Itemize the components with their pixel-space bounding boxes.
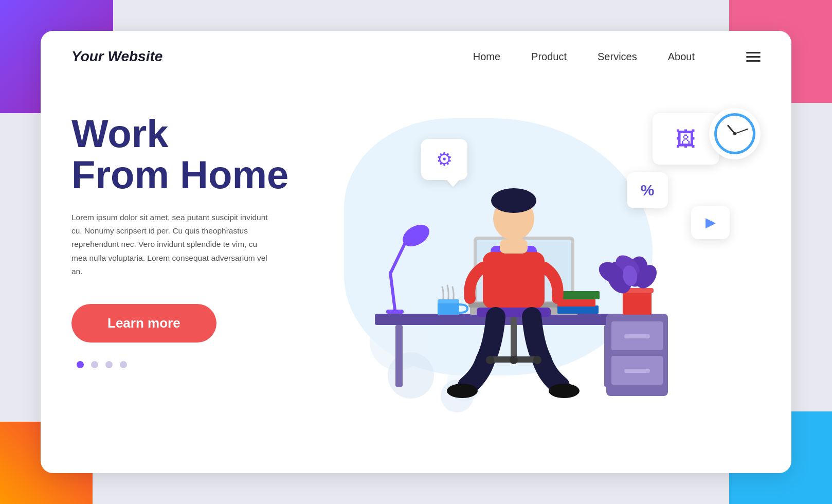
svg-rect-35 [624, 369, 650, 373]
svg-point-29 [510, 356, 518, 364]
clock-center-dot [733, 132, 736, 135]
hamburger-line-1 [746, 52, 761, 53]
svg-line-6 [390, 273, 395, 310]
svg-rect-15 [557, 305, 599, 314]
float-card-clock [709, 108, 761, 159]
hamburger-menu[interactable] [746, 52, 761, 62]
svg-rect-33 [624, 334, 650, 338]
illustration-section: ⚙ 🖼 % ▶ [318, 93, 761, 453]
nav-about[interactable]: About [668, 51, 695, 63]
nav-links: Home Product Services About [473, 51, 761, 63]
nav-services[interactable]: Services [598, 51, 637, 63]
svg-point-24 [447, 384, 478, 398]
dot-1[interactable] [77, 361, 84, 368]
play-icon: ▶ [706, 214, 716, 230]
svg-rect-17 [557, 291, 600, 299]
dot-3[interactable] [105, 361, 113, 368]
svg-rect-10 [438, 299, 459, 303]
learn-more-button[interactable]: Learn more [71, 304, 216, 343]
brand-logo: Your Website [71, 48, 162, 65]
desk-illustration [344, 159, 673, 437]
left-section: Work From Home Lorem ipsum dolor sit ame… [71, 93, 318, 368]
svg-rect-9 [438, 302, 459, 315]
navbar: Your Website Home Product Services About [41, 31, 791, 82]
main-card: Your Website Home Product Services About… [41, 31, 791, 473]
svg-line-7 [390, 242, 406, 274]
svg-point-28 [486, 356, 494, 364]
svg-rect-19 [483, 252, 545, 309]
nav-product[interactable]: Product [531, 51, 567, 63]
hero-title-line2: From Home [71, 153, 288, 196]
clock-face [714, 113, 755, 154]
svg-point-25 [549, 384, 580, 398]
nav-home[interactable]: Home [473, 51, 500, 63]
float-card-play: ▶ [691, 206, 730, 239]
hero-title-line1: Work [71, 112, 169, 155]
hero-description: Lorem ipsum dolor sit amet, sea putant s… [71, 211, 272, 279]
svg-rect-16 [557, 298, 595, 307]
hamburger-line-3 [746, 60, 761, 62]
svg-rect-3 [395, 325, 403, 387]
main-content: Work From Home Lorem ipsum dolor sit ame… [41, 82, 791, 473]
image-icon: 🖼 [676, 128, 696, 151]
hamburger-line-2 [746, 56, 761, 58]
dot-4[interactable] [120, 361, 127, 368]
clock-minute-hand [735, 128, 749, 134]
carousel-dots [77, 361, 318, 368]
svg-rect-20 [500, 239, 528, 254]
svg-point-30 [533, 356, 541, 364]
svg-point-0 [388, 352, 434, 399]
dot-2[interactable] [91, 361, 98, 368]
svg-rect-26 [511, 317, 517, 358]
svg-rect-36 [623, 291, 652, 315]
hero-title: Work From Home [71, 113, 318, 195]
